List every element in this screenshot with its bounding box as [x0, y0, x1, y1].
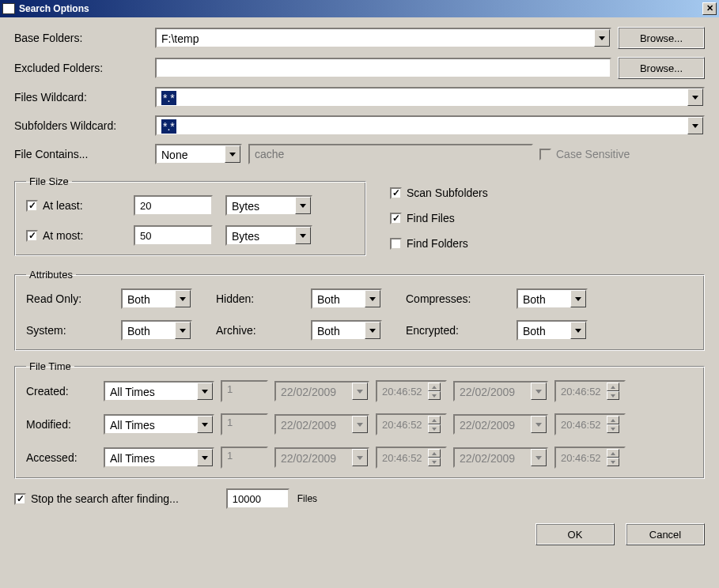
chevron-down-icon — [180, 297, 186, 301]
find-folders-wrap[interactable]: Find Folders — [390, 237, 488, 250]
chevron-down-icon — [357, 423, 363, 427]
titlebar: Search Options ✕ — [0, 0, 719, 17]
modified-num: 1 — [221, 413, 268, 435]
files-wildcard-dropdown-button[interactable] — [687, 89, 703, 106]
compresses-label: Compresses: — [406, 292, 501, 305]
subfolders-wildcard-dropdown-button[interactable] — [687, 117, 703, 134]
read-only-select[interactable]: Both — [121, 288, 192, 309]
files-wildcard-combo[interactable]: *.* — [155, 87, 705, 107]
hidden-select[interactable]: Both — [311, 288, 382, 309]
compresses-select[interactable]: Both — [517, 288, 588, 309]
encrypted-select[interactable]: Both — [517, 320, 588, 341]
file-size-group: File Size ✓ At least: Bytes ✓ At most: — [14, 175, 366, 256]
file-contains-label: File Contains... — [14, 148, 149, 160]
subfolders-wildcard-value: *.* — [161, 119, 176, 134]
chevron-down-icon — [599, 36, 605, 40]
system-label: System: — [26, 324, 105, 337]
chevron-down-icon — [575, 297, 581, 301]
modified-label: Modified: — [26, 418, 97, 431]
file-size-legend: File Size — [26, 175, 72, 187]
accessed-date-to: 22/02/2009 — [453, 447, 548, 468]
system-select[interactable]: Both — [121, 320, 192, 341]
created-date-from: 22/02/2009 — [274, 381, 369, 401]
stop-after-label: Stop the search after finding... — [31, 492, 179, 505]
file-time-group: File Time Created: All Times 1 22/02/200… — [14, 360, 705, 479]
stop-count-input[interactable] — [226, 488, 289, 509]
archive-label: Archive: — [216, 324, 295, 337]
case-sensitive-checkbox[interactable] — [539, 149, 551, 160]
at-most-input[interactable] — [134, 225, 213, 246]
created-mode[interactable]: All Times — [104, 381, 214, 401]
attributes-legend: Attributes — [26, 269, 76, 281]
browse-base-button[interactable]: Browse... — [618, 27, 705, 49]
stop-after-wrap[interactable]: ✓ Stop the search after finding... — [14, 492, 179, 505]
scan-subfolders-checkbox[interactable]: ✓ — [390, 187, 402, 199]
accessed-row: Accessed: All Times 1 22/02/2009 20:46:5… — [26, 447, 693, 469]
find-files-wrap[interactable]: ✓ Find Files — [390, 212, 488, 224]
modified-date-to: 22/02/2009 — [453, 414, 548, 435]
file-contains-select[interactable]: None — [155, 144, 242, 164]
encrypted-label: Encrypted: — [406, 324, 501, 337]
find-files-checkbox[interactable]: ✓ — [390, 213, 402, 224]
at-least-checkbox[interactable]: ✓ — [26, 200, 38, 212]
subfolders-wildcard-label: Subfolders Wildcard: — [14, 119, 149, 132]
browse-excluded-button[interactable]: Browse... — [618, 57, 705, 79]
scan-subfolders-wrap[interactable]: ✓ Scan Subfolders — [390, 187, 488, 199]
chevron-down-icon — [300, 234, 306, 238]
window-icon — [2, 3, 15, 14]
file-contains-select-value: None — [157, 145, 225, 163]
read-only-label: Read Only: — [26, 292, 105, 305]
accessed-mode[interactable]: All Times — [104, 447, 214, 468]
at-most-unit[interactable]: Bytes — [225, 225, 312, 246]
scan-subfolders-label: Scan Subfolders — [407, 187, 488, 199]
at-least-input[interactable] — [134, 195, 213, 216]
at-most-check-wrap[interactable]: ✓ At most: — [26, 229, 121, 242]
files-suffix: Files — [297, 493, 317, 504]
at-least-unit-value: Bytes — [227, 197, 295, 214]
chevron-down-icon — [202, 456, 208, 460]
files-wildcard-value: *.* — [161, 91, 176, 105]
at-least-unit[interactable]: Bytes — [225, 195, 312, 216]
at-most-unit-value: Bytes — [227, 227, 295, 244]
chevron-down-icon — [535, 423, 542, 427]
chevron-down-icon — [229, 153, 236, 156]
created-label: Created: — [26, 385, 97, 398]
created-time-to: 20:46:52 — [554, 380, 626, 402]
at-least-check-wrap[interactable]: ✓ At least: — [26, 199, 121, 212]
at-most-checkbox[interactable]: ✓ — [26, 230, 38, 242]
chevron-down-icon — [369, 297, 376, 301]
accessed-time-to: 20:46:52 — [554, 447, 626, 469]
created-date-to: 22/02/2009 — [453, 381, 548, 401]
window-title: Search Options — [19, 3, 702, 14]
find-folders-checkbox[interactable] — [390, 238, 402, 250]
at-most-label: At most: — [43, 229, 83, 242]
chevron-down-icon — [369, 329, 376, 333]
chevron-down-icon — [692, 96, 698, 100]
chevron-down-icon — [535, 456, 542, 460]
chevron-down-icon — [692, 124, 698, 128]
base-folders-label: Base Folders: — [14, 32, 149, 44]
chevron-down-icon — [180, 329, 186, 333]
scan-options: ✓ Scan Subfolders ✓ Find Files Find Fold… — [390, 172, 488, 266]
cancel-button[interactable]: Cancel — [626, 523, 705, 545]
at-least-label: At least: — [43, 199, 83, 212]
ok-button[interactable]: OK — [535, 523, 615, 545]
attributes-group: Attributes Read Only: Both Hidden: Both … — [14, 269, 705, 351]
subfolders-wildcard-combo[interactable]: *.* — [155, 115, 705, 136]
base-folders-dropdown-button[interactable] — [594, 29, 610, 47]
chevron-down-icon — [357, 390, 363, 394]
modified-date-from: 22/02/2009 — [274, 414, 369, 435]
file-contains-input[interactable] — [248, 144, 533, 164]
files-wildcard-label: Files Wildcard: — [14, 91, 149, 104]
file-contains-dropdown-button[interactable] — [225, 145, 240, 163]
base-folders-combo[interactable]: F:\temp — [155, 28, 611, 48]
stop-after-checkbox[interactable]: ✓ — [14, 493, 26, 505]
archive-select[interactable]: Both — [311, 320, 382, 341]
excluded-folders-label: Excluded Folders: — [14, 62, 149, 74]
dialog-body: Base Folders: F:\temp Browse... Excluded… — [0, 17, 719, 555]
modified-mode[interactable]: All Times — [104, 414, 214, 435]
chevron-down-icon — [202, 390, 208, 394]
close-button[interactable]: ✕ — [702, 2, 717, 15]
excluded-folders-input[interactable] — [155, 58, 611, 78]
chevron-down-icon — [357, 456, 363, 460]
